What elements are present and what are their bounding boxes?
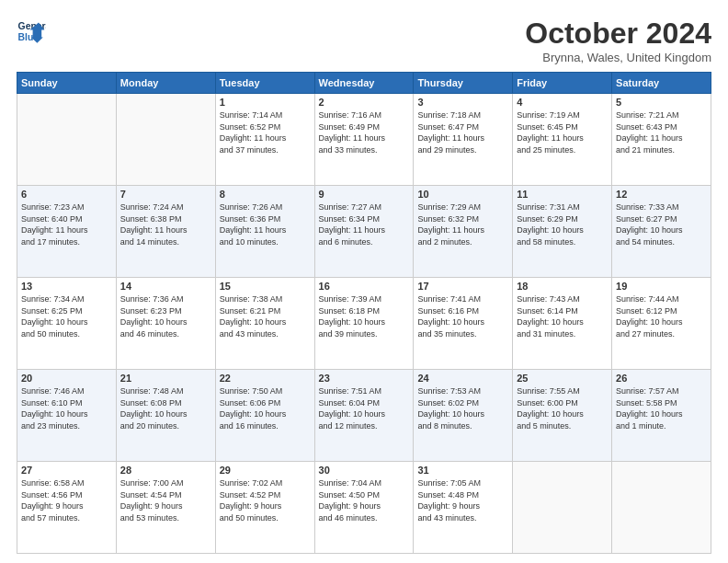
- calendar-cell: 25Sunrise: 7:55 AM Sunset: 6:00 PM Dayli…: [513, 370, 612, 462]
- calendar-cell: 29Sunrise: 7:02 AM Sunset: 4:52 PM Dayli…: [215, 462, 314, 554]
- day-info: Sunrise: 6:58 AM Sunset: 4:56 PM Dayligh…: [21, 477, 112, 523]
- day-info: Sunrise: 7:02 AM Sunset: 4:52 PM Dayligh…: [220, 477, 311, 523]
- calendar-cell: 18Sunrise: 7:43 AM Sunset: 6:14 PM Dayli…: [513, 278, 612, 370]
- calendar-cell: 15Sunrise: 7:38 AM Sunset: 6:21 PM Dayli…: [215, 278, 314, 370]
- day-info: Sunrise: 7:34 AM Sunset: 6:25 PM Dayligh…: [21, 293, 112, 339]
- calendar-cell: 9Sunrise: 7:27 AM Sunset: 6:34 PM Daylig…: [314, 186, 414, 278]
- day-number: 1: [220, 97, 311, 108]
- day-info: Sunrise: 7:41 AM Sunset: 6:16 PM Dayligh…: [417, 293, 508, 339]
- day-number: 6: [21, 189, 112, 200]
- day-info: Sunrise: 7:33 AM Sunset: 6:27 PM Dayligh…: [616, 201, 707, 247]
- day-info: Sunrise: 7:21 AM Sunset: 6:43 PM Dayligh…: [616, 109, 707, 155]
- calendar-cell: [513, 462, 612, 554]
- calendar-cell: 22Sunrise: 7:50 AM Sunset: 6:06 PM Dayli…: [215, 370, 314, 462]
- day-header-monday: Monday: [116, 73, 215, 94]
- day-number: 23: [319, 373, 410, 384]
- calendar-table: SundayMondayTuesdayWednesdayThursdayFrid…: [17, 72, 711, 554]
- day-info: Sunrise: 7:26 AM Sunset: 6:36 PM Dayligh…: [220, 201, 311, 247]
- day-info: Sunrise: 7:23 AM Sunset: 6:40 PM Dayligh…: [21, 201, 112, 247]
- day-info: Sunrise: 7:31 AM Sunset: 6:29 PM Dayligh…: [517, 201, 608, 247]
- calendar-week-1: 1Sunrise: 7:14 AM Sunset: 6:52 PM Daylig…: [17, 94, 711, 186]
- calendar-cell: 28Sunrise: 7:00 AM Sunset: 4:54 PM Dayli…: [116, 462, 215, 554]
- day-header-friday: Friday: [513, 73, 612, 94]
- calendar-cell: 26Sunrise: 7:57 AM Sunset: 5:58 PM Dayli…: [612, 370, 711, 462]
- header: General Blue General Blue October 2024 B…: [17, 17, 711, 64]
- calendar-week-5: 27Sunrise: 6:58 AM Sunset: 4:56 PM Dayli…: [17, 462, 711, 554]
- day-number: 28: [120, 465, 211, 476]
- day-number: 8: [220, 189, 311, 200]
- day-info: Sunrise: 7:04 AM Sunset: 4:50 PM Dayligh…: [319, 477, 410, 523]
- calendar-cell: 8Sunrise: 7:26 AM Sunset: 6:36 PM Daylig…: [215, 186, 314, 278]
- day-info: Sunrise: 7:00 AM Sunset: 4:54 PM Dayligh…: [120, 477, 211, 523]
- day-info: Sunrise: 7:51 AM Sunset: 6:04 PM Dayligh…: [319, 385, 410, 431]
- calendar-cell: [116, 94, 215, 186]
- calendar-cell: 16Sunrise: 7:39 AM Sunset: 6:18 PM Dayli…: [314, 278, 414, 370]
- calendar-week-3: 13Sunrise: 7:34 AM Sunset: 6:25 PM Dayli…: [17, 278, 711, 370]
- day-number: 14: [120, 281, 211, 292]
- calendar-cell: 27Sunrise: 6:58 AM Sunset: 4:56 PM Dayli…: [17, 462, 117, 554]
- day-number: 10: [417, 189, 508, 200]
- day-info: Sunrise: 7:50 AM Sunset: 6:06 PM Dayligh…: [220, 385, 311, 431]
- day-number: 21: [120, 373, 211, 384]
- calendar-cell: 21Sunrise: 7:48 AM Sunset: 6:08 PM Dayli…: [116, 370, 215, 462]
- calendar-cell: 14Sunrise: 7:36 AM Sunset: 6:23 PM Dayli…: [116, 278, 215, 370]
- day-number: 24: [417, 373, 508, 384]
- day-info: Sunrise: 7:55 AM Sunset: 6:00 PM Dayligh…: [517, 385, 608, 431]
- day-number: 9: [319, 189, 410, 200]
- calendar-cell: 4Sunrise: 7:19 AM Sunset: 6:45 PM Daylig…: [513, 94, 612, 186]
- day-header-saturday: Saturday: [612, 73, 711, 94]
- calendar-cell: 24Sunrise: 7:53 AM Sunset: 6:02 PM Dayli…: [414, 370, 513, 462]
- calendar-cell: 1Sunrise: 7:14 AM Sunset: 6:52 PM Daylig…: [215, 94, 314, 186]
- day-info: Sunrise: 7:39 AM Sunset: 6:18 PM Dayligh…: [319, 293, 410, 339]
- day-number: 13: [21, 281, 112, 292]
- day-number: 11: [517, 189, 608, 200]
- calendar-header-row: SundayMondayTuesdayWednesdayThursdayFrid…: [17, 73, 711, 94]
- day-number: 12: [616, 189, 707, 200]
- logo-icon: General Blue: [17, 17, 46, 46]
- day-number: 31: [417, 465, 508, 476]
- day-number: 4: [517, 97, 608, 108]
- day-info: Sunrise: 7:27 AM Sunset: 6:34 PM Dayligh…: [319, 201, 410, 247]
- calendar-week-4: 20Sunrise: 7:46 AM Sunset: 6:10 PM Dayli…: [17, 370, 711, 462]
- day-header-thursday: Thursday: [414, 73, 513, 94]
- day-info: Sunrise: 7:36 AM Sunset: 6:23 PM Dayligh…: [120, 293, 211, 339]
- calendar-body: 1Sunrise: 7:14 AM Sunset: 6:52 PM Daylig…: [17, 94, 711, 554]
- day-info: Sunrise: 7:43 AM Sunset: 6:14 PM Dayligh…: [517, 293, 608, 339]
- day-info: Sunrise: 7:29 AM Sunset: 6:32 PM Dayligh…: [417, 201, 508, 247]
- page: General Blue General Blue October 2024 B…: [0, 0, 728, 563]
- day-info: Sunrise: 7:46 AM Sunset: 6:10 PM Dayligh…: [21, 385, 112, 431]
- day-info: Sunrise: 7:16 AM Sunset: 6:49 PM Dayligh…: [319, 109, 410, 155]
- day-number: 22: [220, 373, 311, 384]
- day-info: Sunrise: 7:18 AM Sunset: 6:47 PM Dayligh…: [417, 109, 508, 155]
- calendar-cell: 19Sunrise: 7:44 AM Sunset: 6:12 PM Dayli…: [612, 278, 711, 370]
- location: Brynna, Wales, United Kingdom: [525, 51, 711, 64]
- day-info: Sunrise: 7:44 AM Sunset: 6:12 PM Dayligh…: [616, 293, 707, 339]
- calendar-week-2: 6Sunrise: 7:23 AM Sunset: 6:40 PM Daylig…: [17, 186, 711, 278]
- calendar-cell: [612, 462, 711, 554]
- day-header-sunday: Sunday: [17, 73, 117, 94]
- calendar-cell: 11Sunrise: 7:31 AM Sunset: 6:29 PM Dayli…: [513, 186, 612, 278]
- day-info: Sunrise: 7:38 AM Sunset: 6:21 PM Dayligh…: [220, 293, 311, 339]
- day-header-tuesday: Tuesday: [215, 73, 314, 94]
- calendar-cell: 17Sunrise: 7:41 AM Sunset: 6:16 PM Dayli…: [414, 278, 513, 370]
- calendar-cell: 10Sunrise: 7:29 AM Sunset: 6:32 PM Dayli…: [414, 186, 513, 278]
- day-number: 29: [220, 465, 311, 476]
- day-info: Sunrise: 7:48 AM Sunset: 6:08 PM Dayligh…: [120, 385, 211, 431]
- day-number: 3: [417, 97, 508, 108]
- title-block: October 2024 Brynna, Wales, United Kingd…: [525, 17, 711, 64]
- day-number: 2: [319, 97, 410, 108]
- calendar-cell: 12Sunrise: 7:33 AM Sunset: 6:27 PM Dayli…: [612, 186, 711, 278]
- day-info: Sunrise: 7:19 AM Sunset: 6:45 PM Dayligh…: [517, 109, 608, 155]
- day-number: 25: [517, 373, 608, 384]
- day-header-wednesday: Wednesday: [314, 73, 414, 94]
- day-info: Sunrise: 7:14 AM Sunset: 6:52 PM Dayligh…: [220, 109, 311, 155]
- calendar-cell: 6Sunrise: 7:23 AM Sunset: 6:40 PM Daylig…: [17, 186, 117, 278]
- logo: General Blue General Blue: [17, 17, 46, 46]
- calendar-cell: 13Sunrise: 7:34 AM Sunset: 6:25 PM Dayli…: [17, 278, 117, 370]
- calendar-cell: 5Sunrise: 7:21 AM Sunset: 6:43 PM Daylig…: [612, 94, 711, 186]
- calendar-cell: 30Sunrise: 7:04 AM Sunset: 4:50 PM Dayli…: [314, 462, 414, 554]
- calendar-cell: 31Sunrise: 7:05 AM Sunset: 4:48 PM Dayli…: [414, 462, 513, 554]
- day-number: 26: [616, 373, 707, 384]
- calendar-cell: 20Sunrise: 7:46 AM Sunset: 6:10 PM Dayli…: [17, 370, 117, 462]
- day-number: 15: [220, 281, 311, 292]
